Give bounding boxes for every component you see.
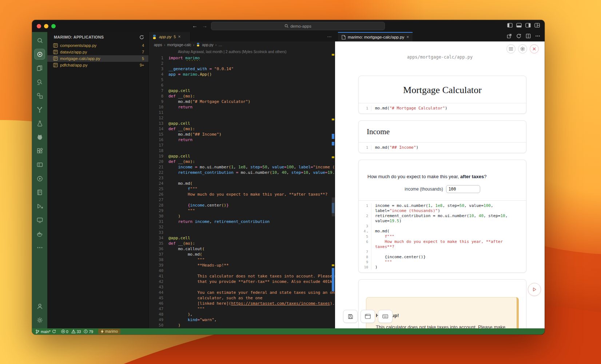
sidebar-item-dataviz-app-py[interactable]: dataviz/app.py7 <box>47 49 148 55</box>
activity-item-marimo-apps[interactable] <box>32 47 47 61</box>
breadcrumb-item[interactable]: … <box>218 43 222 47</box>
toggle-secondary-sidebar-icon[interactable] <box>525 23 531 28</box>
code-line[interactable]: 7@app.cell <box>149 88 335 93</box>
keyboard-shortcuts-button[interactable] <box>378 310 393 323</box>
breadcrumb-item[interactable]: mortgage-calc <box>167 43 191 47</box>
cell-code[interactable]: 1mo.md("# Mortgage Calculator") <box>359 103 526 113</box>
code-line[interactable]: 43 <box>149 284 335 290</box>
activity-item-docker[interactable] <box>32 227 47 241</box>
code-line[interactable]: 1import marimo <box>149 55 335 61</box>
code-line[interactable]: 2 <box>149 61 335 66</box>
editor-scrollbar[interactable] <box>332 197 335 216</box>
git-branch-item[interactable]: main* <box>36 329 56 334</box>
code-line[interactable]: 9 mo.md("# Mortgage Calculator") <box>149 99 335 104</box>
code-line[interactable]: 42 that you provide **after-tax** income… <box>149 279 335 284</box>
activity-item-account[interactable] <box>32 299 47 313</box>
app-settings-button[interactable] <box>518 44 527 53</box>
activity-item-remote-monitor[interactable] <box>32 213 47 227</box>
tab-marimo-webview[interactable]: marimo: mortgage-calc/app.py × <box>338 32 413 41</box>
activity-item-remote-window[interactable] <box>32 158 47 172</box>
code-line[interactable]: 27 <box>149 197 335 203</box>
tab-close-icon[interactable]: × <box>178 34 180 39</box>
code-line[interactable]: 33 <box>149 230 335 235</box>
app-close-button[interactable] <box>530 44 539 53</box>
code-line[interactable]: 25 f""" <box>149 186 335 192</box>
code-line[interactable]: 22 retirement_contribution = mo.ui.numbe… <box>149 170 335 175</box>
code-line[interactable]: 47 """ <box>149 306 335 312</box>
more-icon[interactable] <box>535 33 540 40</box>
close-window-button[interactable] <box>37 24 41 28</box>
sidebar-item-mortgage-calc-app-py[interactable]: mortgage-calc/app.py5 <box>47 55 148 62</box>
code-line[interactable]: 45 calculator, such as the one <box>149 295 335 301</box>
activity-item-github[interactable] <box>32 130 47 144</box>
toggle-panel-icon[interactable] <box>516 23 522 28</box>
activity-item-pipeline[interactable] <box>32 103 47 116</box>
command-center-search[interactable]: demo-apps <box>211 22 385 30</box>
code-line[interactable]: 35def __(mo): <box>149 241 335 246</box>
code-line[interactable]: 19@app.cell <box>149 153 335 159</box>
activity-item-more[interactable] <box>32 241 47 255</box>
breadcrumb[interactable]: apps›mortgage-calc›app.py›… <box>149 41 335 48</box>
activity-item-test-beaker[interactable] <box>32 116 47 130</box>
code-line[interactable]: 20def __(mo): <box>149 159 335 164</box>
code-line[interactable]: 18 <box>149 148 335 153</box>
code-line[interactable]: 49 kind="warn", <box>149 317 335 323</box>
code-line[interactable]: 40 <box>149 268 335 273</box>
sidebar-item-components-app-py[interactable]: components/app.py4 <box>47 42 148 49</box>
code-line[interactable]: 38 """ <box>149 257 335 263</box>
code-line[interactable]: 3__generated_with = "0.0.14" <box>149 66 335 72</box>
marimo-status-badge[interactable]: marimo <box>98 329 120 334</box>
fold-chevron-icon[interactable]: ⌄ <box>366 230 368 233</box>
code-line[interactable]: 12 <box>149 115 335 121</box>
activity-item-search[interactable] <box>32 33 47 47</box>
code-line[interactable]: 37 mo.md( <box>149 252 335 257</box>
cell-code[interactable]: 1income = mo.ui.number(1, 1e8, step=50, … <box>359 201 526 272</box>
toggle-sidebar-icon[interactable] <box>507 23 513 28</box>
code-line[interactable]: 39 **Heads-up!** <box>149 263 335 268</box>
code-line[interactable]: 5 <box>149 77 335 83</box>
tab-close-icon[interactable]: × <box>406 35 409 40</box>
code-line[interactable]: 50 ) <box>149 323 335 328</box>
code-line[interactable]: 17 <box>149 143 335 148</box>
income-input[interactable] <box>446 185 480 193</box>
code-line[interactable]: 36 mo.callout( <box>149 246 335 252</box>
problems-item[interactable]: 0 33 79 <box>61 329 93 334</box>
activity-item-settings[interactable] <box>32 313 47 327</box>
back-icon[interactable]: ← <box>192 23 198 29</box>
activity-item-run-circle[interactable] <box>32 172 47 185</box>
activity-item-extensions[interactable] <box>32 144 47 158</box>
run-app-button[interactable] <box>528 283 541 296</box>
code-editor[interactable]: Akshay Agrawal, last month | 2 authors (… <box>149 48 335 328</box>
activity-item-explorer[interactable] <box>32 61 47 75</box>
activity-item-search-editor[interactable] <box>32 75 47 89</box>
breadcrumb-item[interactable]: apps <box>154 43 162 47</box>
save-button[interactable] <box>343 310 358 323</box>
code-line[interactable]: 24 mo.md( <box>149 181 335 186</box>
activity-item-run-debug[interactable] <box>32 199 47 213</box>
code-line[interactable]: 11 <box>149 110 335 115</box>
code-line[interactable]: 13@app.cell <box>149 121 335 126</box>
code-line[interactable]: 15 mo.md("## Income") <box>149 132 335 137</box>
code-line[interactable]: 8def __(mo): <box>149 93 335 99</box>
refresh-icon[interactable] <box>139 35 144 40</box>
cell-code[interactable]: 1mo.md("## Income") <box>359 143 526 153</box>
split-editor-icon[interactable] <box>526 33 531 40</box>
code-line[interactable]: 14def __(mo): <box>149 126 335 132</box>
maximize-window-button[interactable] <box>51 24 56 28</box>
refresh-icon[interactable] <box>516 33 521 40</box>
code-line[interactable]: 23 <box>149 175 335 181</box>
code-line[interactable]: 6 <box>149 83 335 88</box>
code-line[interactable]: 32 <box>149 224 335 230</box>
code-line[interactable]: 26 How much do you expect to make this y… <box>149 192 335 197</box>
sidebar-item-pdfchat-app-py[interactable]: pdfchat/app.py9+ <box>47 62 148 68</box>
activity-item-symbols[interactable] <box>32 89 47 103</box>
forward-icon[interactable]: → <box>202 23 207 29</box>
customize-layout-icon[interactable] <box>534 23 540 28</box>
code-line[interactable]: 10 return <box>149 104 335 110</box>
code-line[interactable]: 48 ), <box>149 312 335 317</box>
code-line[interactable]: 4app = marimo.App() <box>149 72 335 77</box>
open-window-button[interactable] <box>361 310 375 323</box>
code-line[interactable]: 28 {income.center()} <box>149 203 335 208</box>
code-line[interactable]: 16 return <box>149 137 335 143</box>
code-line[interactable]: 29 """ <box>149 208 335 213</box>
